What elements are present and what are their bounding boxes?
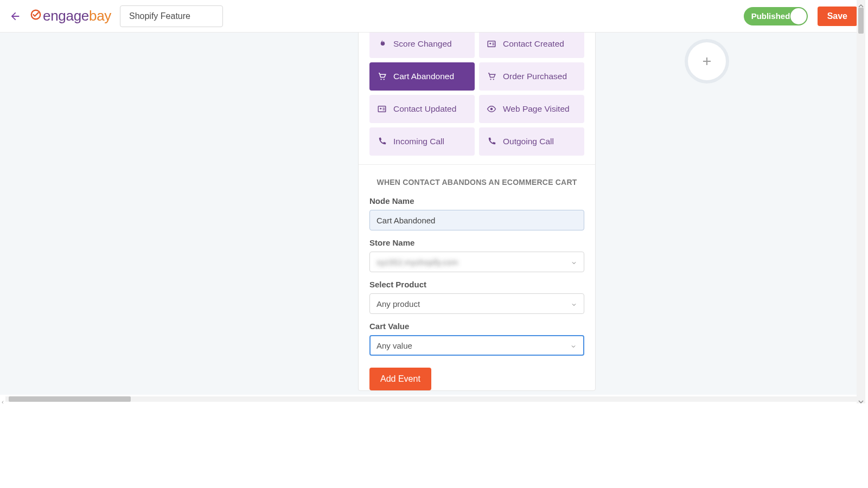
trigger-cart-abandoned[interactable]: Cart Abandoned: [369, 62, 475, 91]
trigger-config-panel: Double opt-in Has Note Description Score…: [358, 33, 596, 391]
svg-point-7: [493, 79, 494, 80]
save-button[interactable]: Save: [818, 7, 857, 26]
select-product-value: Any product: [376, 299, 420, 309]
trigger-contact-updated[interactable]: Contact Updated: [369, 95, 475, 123]
trigger-contact-created[interactable]: Contact Created: [479, 33, 584, 58]
trigger-label: Score Changed: [393, 39, 452, 49]
trigger-label: Contact Updated: [393, 104, 456, 114]
vertical-scrollbar[interactable]: [857, 0, 865, 403]
cart-value-label: Cart Value: [369, 322, 584, 331]
fire-icon: [377, 39, 387, 49]
plus-icon: [700, 55, 713, 68]
scroll-left-icon[interactable]: [0, 396, 5, 402]
scrollbar-track[interactable]: [5, 396, 860, 402]
phone-icon: [377, 137, 387, 146]
store-name-select[interactable]: xyz352.myshopify.com: [369, 252, 584, 272]
add-event-button[interactable]: Add Event: [369, 368, 431, 390]
eye-icon: [487, 104, 496, 114]
logo-text-engage: engage: [43, 8, 89, 24]
form-heading: WHEN CONTACT ABANDONS AN ECOMMERCE CART: [369, 178, 584, 187]
node-name-label: Node Name: [369, 196, 584, 206]
svg-point-4: [380, 79, 381, 80]
cart-value-value: Any value: [376, 341, 412, 350]
logo: engagebay: [30, 8, 111, 24]
node-name-input[interactable]: [369, 210, 584, 230]
trigger-grid: Double opt-in Has Note Description Score…: [359, 33, 595, 164]
arrow-left-icon: [9, 10, 21, 22]
cart-icon: [487, 72, 496, 81]
publish-toggle-label: Published: [751, 11, 790, 21]
trigger-label: Cart Abandoned: [393, 72, 454, 81]
vscroll-thumb[interactable]: [858, 8, 864, 34]
trigger-label: Incoming Call: [393, 137, 444, 146]
cart-value-select[interactable]: Any value: [369, 335, 584, 356]
trigger-label: Contact Created: [503, 39, 564, 49]
trigger-score-changed[interactable]: Score Changed: [369, 33, 475, 58]
svg-point-9: [380, 108, 381, 110]
trigger-label: Order Purchased: [503, 72, 567, 81]
store-name-label: Store Name: [369, 238, 584, 247]
svg-point-10: [490, 108, 493, 111]
workflow-title-text: Shopify Feature: [129, 11, 190, 21]
scroll-up-icon[interactable]: [858, 1, 864, 7]
svg-rect-2: [488, 41, 495, 47]
id-card-icon: [487, 39, 496, 49]
trigger-web-page-visited[interactable]: Web Page Visited: [479, 95, 584, 123]
page-whitespace: [0, 403, 868, 488]
vscroll-track[interactable]: [857, 8, 865, 396]
select-product-select[interactable]: Any product: [369, 293, 584, 314]
trigger-label: Web Page Visited: [503, 104, 570, 114]
svg-rect-8: [378, 106, 386, 112]
toggle-knob: [790, 8, 807, 24]
svg-point-3: [489, 43, 491, 44]
scroll-down-icon[interactable]: [858, 397, 864, 402]
svg-point-6: [490, 79, 491, 80]
cart-icon: [377, 72, 387, 81]
trigger-incoming-call[interactable]: Incoming Call: [369, 127, 475, 156]
logo-text-bay: bay: [89, 8, 111, 24]
store-name-value: xyz352.myshopify.com: [376, 258, 458, 267]
horizontal-scrollbar[interactable]: [0, 395, 865, 403]
trigger-outgoing-call[interactable]: Outgoing Call: [479, 127, 584, 156]
trigger-order-purchased[interactable]: Order Purchased: [479, 62, 584, 91]
id-card-icon: [377, 104, 387, 114]
publish-toggle[interactable]: Published: [744, 7, 808, 25]
chevron-down-icon: [570, 342, 577, 349]
workflow-title-input[interactable]: Shopify Feature: [120, 5, 223, 27]
back-button[interactable]: [8, 9, 22, 23]
trigger-label: Outgoing Call: [503, 137, 554, 146]
phone-icon: [487, 137, 496, 146]
trigger-form: WHEN CONTACT ABANDONS AN ECOMMERCE CART …: [359, 165, 595, 390]
workflow-canvas[interactable]: Double opt-in Has Note Description Score…: [0, 33, 865, 403]
add-node-button[interactable]: [688, 42, 726, 80]
select-product-label: Select Product: [369, 280, 584, 289]
chevron-down-icon: [571, 300, 577, 307]
logo-mark-icon: [30, 8, 42, 24]
topbar: engagebay Shopify Feature Published Save: [0, 0, 865, 33]
chevron-down-icon: [571, 259, 577, 265]
svg-point-5: [384, 79, 385, 80]
scrollbar-thumb[interactable]: [9, 396, 131, 402]
